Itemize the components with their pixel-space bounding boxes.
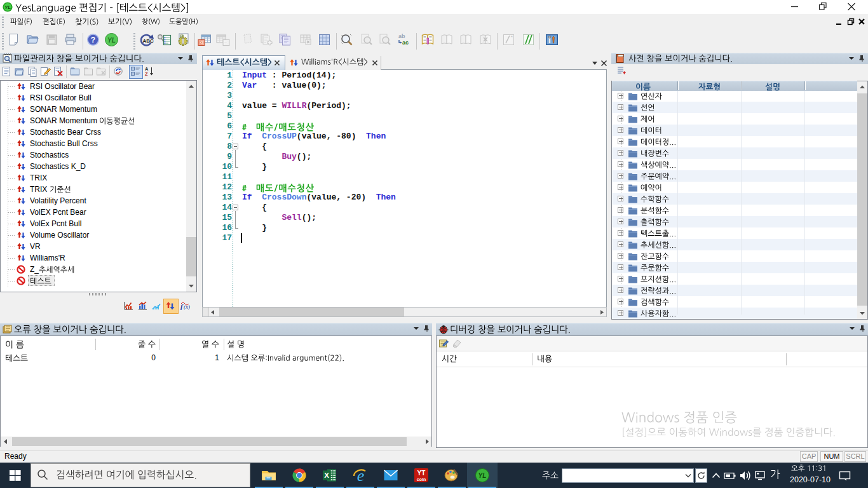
svg-text:YL: YL xyxy=(478,472,487,479)
svg-text:X: X xyxy=(324,471,329,479)
svg-text:*: * xyxy=(510,34,513,40)
svg-text:?: ? xyxy=(91,36,95,44)
svg-text:Z: Z xyxy=(145,71,148,77)
svg-text:ab: ab xyxy=(398,33,405,39)
svg-text:YL: YL xyxy=(107,37,116,44)
svg-text:ABC: ABC xyxy=(143,38,154,44)
svg-text:coin: coin xyxy=(417,477,426,482)
svg-text:YT: YT xyxy=(417,470,426,477)
svg-text:ac: ac xyxy=(402,39,409,46)
svg-text:YL: YL xyxy=(4,4,11,10)
